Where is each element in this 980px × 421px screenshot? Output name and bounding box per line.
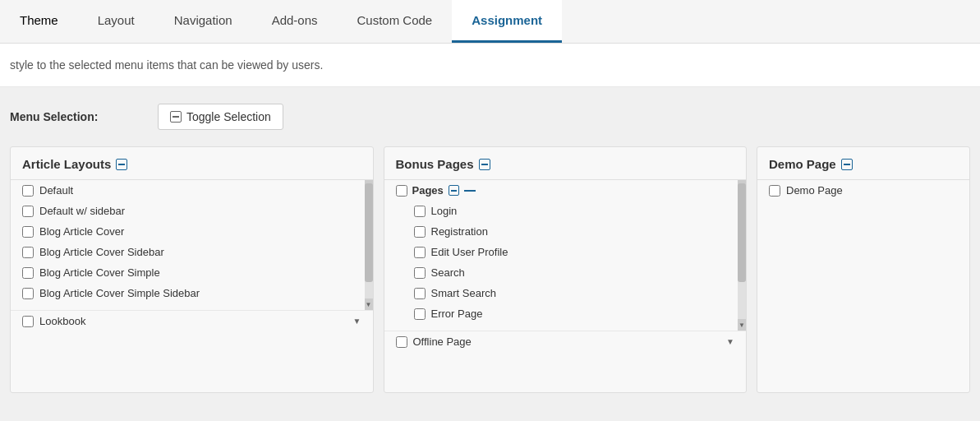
bonus-pages-list: Pages Login Registration Edit Use <box>384 180 738 331</box>
menu-selection-label: Menu Selection: <box>10 110 158 123</box>
scrollbar-thumb[interactable] <box>365 183 373 282</box>
item-label: Default w/ sidebar <box>39 205 125 217</box>
list-item[interactable]: Smart Search <box>384 283 738 303</box>
list-item[interactable]: Blog Article Cover <box>11 221 365 242</box>
item-label: Smart Search <box>431 287 496 299</box>
checkbox-search[interactable] <box>414 267 426 279</box>
tab-customcode[interactable]: Custom Code <box>338 0 453 43</box>
item-label: Blog Article Cover Simple <box>39 266 160 279</box>
article-layouts-header: Article Layouts <box>11 147 373 180</box>
demo-page-collapse-icon[interactable] <box>841 159 853 170</box>
demo-page-list: Demo Page <box>757 180 969 207</box>
checkbox-default-sidebar[interactable] <box>22 206 34 217</box>
demo-page-panel: Demo Page Demo Page <box>757 146 970 393</box>
list-item[interactable]: Search <box>384 262 738 283</box>
tab-layout[interactable]: Layout <box>78 0 154 43</box>
panels-row: Article Layouts Default Default w/ sideb… <box>10 146 970 393</box>
checkbox-registration[interactable] <box>414 226 426 238</box>
item-label: Demo Page <box>786 184 843 197</box>
list-item[interactable]: Blog Article Cover Simple Sidebar <box>11 283 365 303</box>
item-label: Registration <box>431 225 488 238</box>
scrollbar-arrow-down[interactable]: ▼ <box>738 319 746 331</box>
tab-bar: Theme Layout Navigation Add-ons Custom C… <box>0 0 980 44</box>
scrollbar-arrow-down[interactable]: ▼ <box>365 298 373 310</box>
down-arrow-icon: ▼ <box>353 317 361 326</box>
checkbox-demo-page[interactable] <box>769 185 780 197</box>
item-label: Edit User Profile <box>431 246 508 258</box>
article-layouts-list: Default Default w/ sidebar Blog Article … <box>11 180 365 310</box>
bonus-pages-header: Bonus Pages <box>384 147 747 180</box>
article-layouts-panel: Article Layouts Default Default w/ sideb… <box>10 146 374 393</box>
toggle-selection-label: Toggle Selection <box>186 110 271 123</box>
item-label: Blog Article Cover Simple Sidebar <box>39 287 200 299</box>
checkbox-login[interactable] <box>414 206 426 217</box>
bonus-pages-collapse-icon[interactable] <box>479 159 490 170</box>
item-label: Error Page <box>431 308 483 320</box>
item-label: Blog Article Cover Sidebar <box>39 246 164 258</box>
checkbox-pages-group[interactable] <box>396 185 407 197</box>
list-item[interactable]: Registration <box>384 221 738 242</box>
list-item[interactable]: Error Page <box>384 303 738 324</box>
checkbox-smart-search[interactable] <box>414 288 426 299</box>
list-item[interactable]: Blog Article Cover Simple <box>11 262 365 283</box>
checkbox-edit-user-profile[interactable] <box>414 247 426 258</box>
item-label: Login <box>431 205 458 217</box>
bonus-pages-scrollbar[interactable]: ▲ ▼ <box>738 180 746 331</box>
item-label: Blog Article Cover <box>39 225 124 238</box>
demo-page-title: Demo Page <box>769 157 836 171</box>
item-label: Default <box>39 184 73 197</box>
list-item[interactable]: Login <box>384 201 738 221</box>
article-layouts-footer[interactable]: Lookbook ▼ <box>11 310 373 331</box>
demo-page-header: Demo Page <box>757 147 969 180</box>
bonus-pages-footer[interactable]: Offline Page ▼ <box>384 331 747 352</box>
description-text: style to the selected menu items that ca… <box>10 58 323 72</box>
bonus-pages-scroll-wrapper: Pages Login Registration Edit Use <box>384 180 747 331</box>
list-item[interactable]: Default w/ sidebar <box>11 201 365 221</box>
scrollbar-thumb[interactable] <box>738 183 746 282</box>
item-label: Lookbook <box>39 315 85 327</box>
article-layouts-scroll-wrapper: Default Default w/ sidebar Blog Article … <box>11 180 373 310</box>
main-content: Menu Selection: Toggle Selection Article… <box>0 87 980 421</box>
list-item[interactable]: Edit User Profile <box>384 242 738 262</box>
checkbox-blog-cover-simple-sidebar[interactable] <box>22 288 34 299</box>
bonus-pages-title: Bonus Pages <box>396 157 474 171</box>
minus-box-icon <box>170 111 182 123</box>
description-bar: style to the selected menu items that ca… <box>0 44 980 87</box>
checkbox-error-page[interactable] <box>414 308 426 320</box>
item-label: Search <box>431 266 465 279</box>
checkbox-default[interactable] <box>22 185 34 197</box>
checkbox-offline-page[interactable] <box>396 336 407 348</box>
tab-theme[interactable]: Theme <box>0 0 78 43</box>
article-layouts-scrollbar[interactable]: ▲ ▼ <box>365 180 373 310</box>
pages-dash-icon <box>464 190 476 192</box>
pages-group-row[interactable]: Pages <box>384 180 738 201</box>
list-item[interactable]: Default <box>11 180 365 201</box>
list-item[interactable]: Demo Page <box>757 180 969 201</box>
checkbox-blog-cover-simple[interactable] <box>22 267 34 279</box>
tab-navigation[interactable]: Navigation <box>154 0 252 43</box>
bonus-pages-panel: Bonus Pages Pages Login <box>384 146 748 393</box>
down-arrow-icon: ▼ <box>726 337 734 346</box>
article-layouts-collapse-icon[interactable] <box>116 159 127 170</box>
list-item[interactable]: Blog Article Cover Sidebar <box>11 242 365 262</box>
tab-assignment[interactable]: Assignment <box>452 0 562 43</box>
checkbox-lookbook[interactable] <box>22 316 34 327</box>
item-label: Offline Page <box>413 335 472 348</box>
menu-selection-row: Menu Selection: Toggle Selection <box>10 104 970 130</box>
pages-group-collapse-icon[interactable] <box>449 185 459 196</box>
pages-group-label: Pages <box>412 184 444 197</box>
checkbox-blog-cover-sidebar[interactable] <box>22 247 34 258</box>
article-layouts-title: Article Layouts <box>22 157 111 171</box>
checkbox-blog-cover[interactable] <box>22 226 34 238</box>
toggle-selection-button[interactable]: Toggle Selection <box>158 104 283 130</box>
tab-addons[interactable]: Add-ons <box>252 0 338 43</box>
